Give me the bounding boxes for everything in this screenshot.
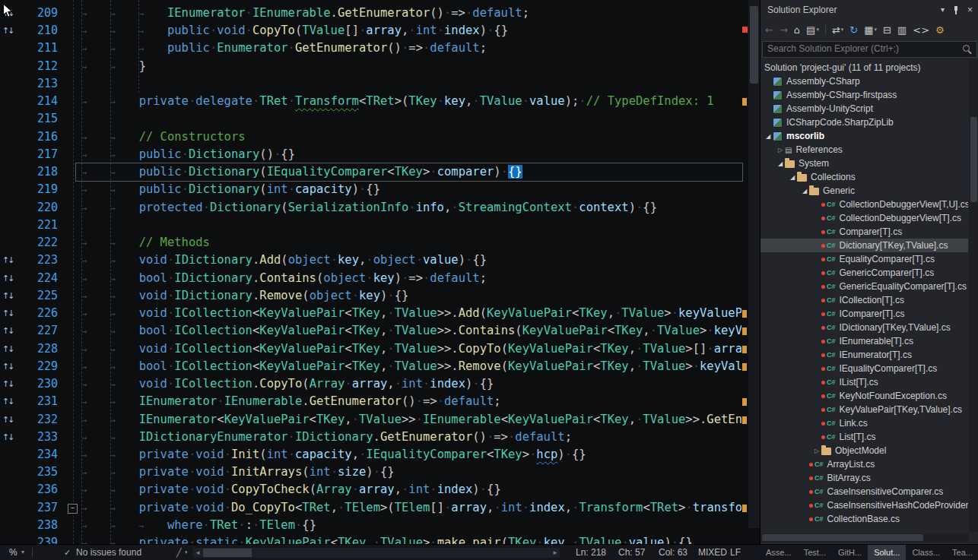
gutter-row[interactable]: 236	[0, 481, 73, 498]
implements-icon[interactable]: ↑↓	[2, 429, 13, 446]
implements-icon[interactable]: ↑↓	[2, 270, 13, 287]
expander-icon[interactable]: ◢	[788, 174, 797, 181]
code-line-212[interactable]: →→}	[82, 58, 146, 75]
expander-icon[interactable]: ◢	[800, 188, 809, 195]
implements-icon[interactable]: ↑↓	[2, 252, 13, 269]
implements-icon[interactable]: ↑↓	[2, 393, 13, 410]
editor-horizontal-scrollbar[interactable]: ◄ ►	[193, 548, 560, 558]
code-line-232[interactable]: →→IEnumerator<KeyValuePair<TKey,·TValue>…	[82, 411, 741, 429]
gutter-row[interactable]: ↑↓233	[0, 429, 73, 446]
code-line-225[interactable]: →→void·IDictionary.Remove(object·key)·{}	[82, 287, 408, 305]
tree-item[interactable]: C#GenericEqualityComparer[T].cs	[760, 280, 968, 293]
gutter-row[interactable]: 218	[0, 163, 73, 181]
tree-item[interactable]: C#IEqualityComparer[T].cs	[760, 362, 968, 375]
column-indicator[interactable]: Col: 63	[659, 545, 687, 560]
gutter-row[interactable]: 222	[0, 234, 73, 252]
forward-icon[interactable]: →	[780, 24, 788, 36]
code-line-211[interactable]: →→→public·Enumerator·GetEnumerator()·=>·…	[82, 40, 487, 57]
tree-item[interactable]: C#KeyValuePair[TKey,TValue].cs	[760, 403, 968, 416]
scrollbar-thumb[interactable]	[750, 6, 758, 84]
code-line-224[interactable]: →→bool·IDictionary.Contains(object·key)·…	[82, 270, 487, 287]
collapse-all-icon[interactable]: ⊟	[883, 24, 891, 36]
gutter-row[interactable]: 235	[0, 464, 73, 481]
search-box[interactable]	[762, 41, 977, 58]
gutter-row[interactable]: 219	[0, 181, 73, 198]
scroll-right-icon[interactable]: ►	[551, 548, 560, 558]
tree-item[interactable]: C#Link.cs	[760, 416, 968, 430]
tree-item[interactable]: C#ICollection[T].cs	[760, 293, 968, 307]
refresh-icon[interactable]: ↻	[849, 24, 858, 36]
tree-item[interactable]: Solution 'project-gui' (11 of 11 project…	[760, 61, 968, 74]
tree-item[interactable]: C#IComparer[T].cs	[760, 307, 968, 321]
tool-window-tab[interactable]: GitH...	[832, 545, 868, 560]
gutter-row[interactable]: ↑↓226	[0, 305, 73, 322]
document-health[interactable]: No issues found	[76, 545, 141, 560]
close-icon[interactable]: ×	[967, 0, 973, 20]
scrollbar-thumb[interactable]	[203, 549, 252, 557]
implements-icon[interactable]: ↑↓	[2, 322, 13, 340]
tree-item[interactable]: C#Dictionary[TKey,TValue].cs	[760, 239, 968, 252]
gutter-row[interactable]: ↑↓229	[0, 358, 73, 375]
tool-window-tab[interactable]: Class...	[906, 545, 946, 560]
code-line-238[interactable]: →→→where·TRet·:·TElem·{}	[82, 517, 316, 534]
implements-icon[interactable]: ↑↓	[2, 411, 13, 429]
code-line-216[interactable]: →→// Constructors	[82, 128, 246, 146]
code-line-230[interactable]: →→void·ICollection.CopyTo(Array·array,·i…	[82, 375, 494, 393]
code-line-228[interactable]: →→void·ICollection<KeyValuePair<TKey,·TV…	[82, 340, 741, 358]
code-line-220[interactable]: →→protected·Dictionary(SerializationInfo…	[82, 199, 657, 217]
code-line-219[interactable]: →→public·Dictionary(int·capacity)·{}	[82, 181, 380, 198]
tree-item[interactable]: Assembly-CSharp	[760, 74, 968, 88]
gutter-row[interactable]: 211	[0, 40, 73, 57]
zoom-control[interactable]: %	[9, 545, 17, 560]
code-line-209[interactable]: →→→IEnumerator·IEnumerable.GetEnumerator…	[82, 5, 529, 22]
implements-icon[interactable]: ↑↓	[2, 358, 13, 375]
tree-item[interactable]: ◢Generic	[760, 184, 968, 198]
tree-item[interactable]: C#CollectionDebuggerView[T,U].cs	[760, 198, 968, 211]
tree-item[interactable]: C#IEnumerable[T].cs	[760, 334, 968, 348]
gutter-row[interactable]: 213	[0, 75, 73, 93]
gutter-row[interactable]: 239	[0, 534, 73, 544]
chevron-down-icon[interactable]: ▾	[185, 545, 188, 560]
code-line-210[interactable]: →→→public·void·CopyTo(TValue[]·array,·in…	[82, 22, 508, 40]
nest-files-icon[interactable]: ▦▾	[864, 24, 877, 36]
code-line-234[interactable]: →→private·void·Init(int·capacity,·IEqual…	[82, 446, 586, 464]
code-line-237[interactable]: →→private·void·Do_CopyTo<TRet,·TElem>(TE…	[82, 499, 741, 517]
window-position-chevron-icon[interactable]: ▾	[941, 0, 945, 20]
tree-item[interactable]: C#GenericComparer[T].cs	[760, 266, 968, 280]
code-line-236[interactable]: →→private·void·CopyToCheck(Array·array,·…	[82, 481, 501, 498]
gutter-row[interactable]: 237	[0, 499, 73, 517]
search-input[interactable]	[763, 42, 964, 55]
code-line-222[interactable]: →→// Methods	[82, 234, 210, 252]
solution-tree[interactable]: Solution 'project-gui' (11 of 11 project…	[760, 61, 968, 532]
gutter-row[interactable]: 217	[0, 146, 73, 163]
code-line-233[interactable]: →→IDictionaryEnumerator·IDictionary.GetE…	[82, 429, 572, 446]
implements-icon[interactable]: ↑↓	[2, 305, 13, 322]
scroll-left-icon[interactable]: ◄	[193, 548, 202, 558]
chevron-down-icon[interactable]: ▾	[21, 545, 24, 560]
gutter-row[interactable]: 216	[0, 128, 73, 146]
gutter-row[interactable]: 215	[0, 110, 73, 128]
code-line-217[interactable]: →→public·Dictionary()·{}	[82, 146, 295, 163]
code-line-235[interactable]: →→private·void·InitArrays(int·size)·{}	[82, 464, 395, 481]
gutter-row[interactable]: ↑↓231	[0, 393, 73, 410]
gutter-row[interactable]: ↑↓228	[0, 340, 73, 358]
tree-item[interactable]: Assembly-CSharp-firstpass	[760, 88, 968, 102]
code-cleanup-icon[interactable]: ╱	[176, 545, 182, 560]
code-line-223[interactable]: →→void·IDictionary.Add(object·key,·objec…	[82, 252, 487, 269]
tree-item[interactable]: ◢mscorlib	[760, 129, 968, 143]
scrollbar-thumb[interactable]	[970, 117, 977, 202]
view-code-icon[interactable]: <>	[913, 24, 929, 36]
tree-item[interactable]: ◢System	[760, 157, 968, 170]
tree-item[interactable]: C#IEnumerator[T].cs	[760, 348, 968, 362]
code-editor[interactable]: →→→IEnumerator·IEnumerable.GetEnumerator…	[0, 0, 760, 544]
panel-vertical-scrollbar[interactable]	[969, 59, 978, 532]
tree-item[interactable]: ▷▤References	[760, 143, 968, 157]
encoding-indicator[interactable]: MIXED	[698, 545, 727, 560]
tree-item[interactable]: C#CollectionDebuggerView[T].cs	[760, 211, 968, 225]
expander-icon[interactable]: ▷	[776, 147, 785, 153]
tree-item[interactable]: Assembly-UnityScript	[760, 102, 968, 115]
tree-item[interactable]: C#List[T].cs	[760, 430, 968, 444]
tree-item[interactable]: C#KeyNotFoundException.cs	[760, 389, 968, 403]
tree-item[interactable]: ▷ObjectModel	[760, 444, 968, 457]
code-line-218[interactable]: →→public·Dictionary(IEqualityComparer<TK…	[82, 163, 522, 181]
